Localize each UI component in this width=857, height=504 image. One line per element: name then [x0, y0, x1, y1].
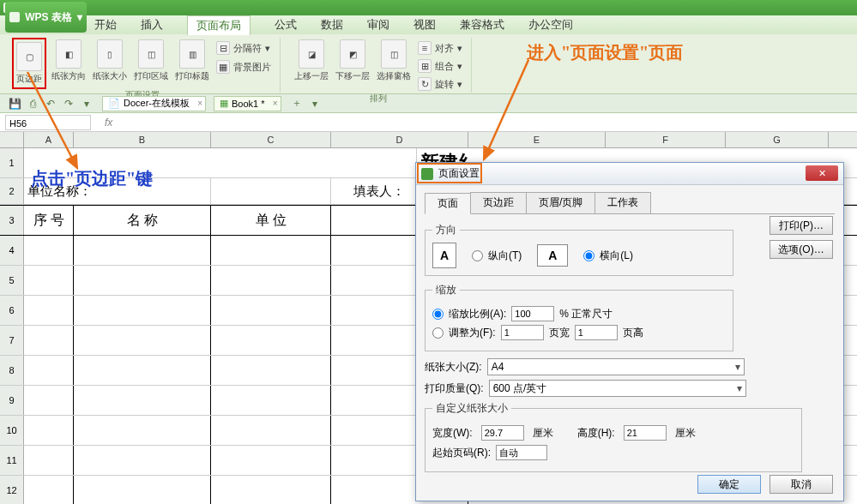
cell[interactable] [74, 296, 211, 325]
background-button[interactable]: ▦背景图片 [214, 58, 273, 75]
cell[interactable] [24, 446, 74, 475]
cell[interactable] [211, 266, 331, 295]
cell[interactable] [24, 386, 74, 415]
cell[interactable] [74, 266, 211, 295]
row-header[interactable]: 12 [0, 476, 24, 504]
cell[interactable] [74, 326, 211, 355]
fit-height-input[interactable]: 1 [575, 325, 618, 340]
tab-page[interactable]: 页面 [425, 193, 471, 214]
menu-page-layout[interactable]: 页面布局 [187, 15, 250, 35]
row-header[interactable]: 9 [0, 386, 24, 415]
align-button[interactable]: ≡对齐▾ [416, 39, 464, 57]
cell[interactable] [24, 296, 74, 325]
cell[interactable] [74, 356, 211, 385]
doc-tab-book1[interactable]: ▦ Book1 * × [214, 96, 281, 111]
cell[interactable] [211, 416, 331, 445]
cell[interactable] [24, 476, 74, 504]
row-header[interactable]: 4 [0, 236, 24, 265]
col-header-e[interactable]: E [468, 132, 606, 147]
menu-data[interactable]: 数据 [321, 17, 343, 33]
selection-pane-button[interactable]: ◫选择窗格 [375, 38, 413, 84]
col-header-c[interactable]: C [211, 132, 331, 147]
cell-unit-name[interactable]: 单位名称： [24, 178, 211, 204]
tab-header-footer[interactable]: 页眉/页脚 [526, 192, 595, 213]
row-header[interactable]: 5 [0, 266, 24, 295]
print-quality-select[interactable]: 600 点/英寸 [489, 380, 746, 397]
menu-office-space[interactable]: 办公空间 [528, 17, 573, 33]
wps-menu-button[interactable]: WPS 表格 ▾ [5, 2, 87, 33]
cell[interactable] [211, 446, 331, 475]
row-header[interactable]: 3 [0, 206, 24, 235]
cancel-button[interactable]: 取消 [769, 475, 833, 494]
cell[interactable] [74, 416, 211, 445]
menu-start[interactable]: 开始 [94, 17, 117, 33]
breaks-button[interactable]: ⊟分隔符▾ [214, 39, 273, 57]
paper-size-button[interactable]: ▯ 纸张大小 [91, 38, 129, 84]
first-page-input[interactable]: 自动 [496, 445, 547, 460]
bring-forward-button[interactable]: ◪上移一层 [293, 38, 330, 84]
cell-hdr-seq[interactable]: 序 号 [24, 206, 74, 235]
cell[interactable] [24, 356, 74, 385]
cell[interactable] [74, 236, 211, 265]
cell-title-left[interactable] [24, 148, 417, 177]
qat-undo-icon[interactable]: ↶ [43, 96, 58, 111]
radio-scale[interactable] [432, 309, 444, 320]
cell[interactable] [24, 236, 74, 265]
row-header[interactable]: 10 [0, 416, 24, 445]
print-button[interactable]: 打印(P)… [769, 216, 833, 235]
menu-compat[interactable]: 兼容格式 [460, 17, 504, 33]
cell[interactable] [24, 416, 74, 445]
dialog-close-button[interactable]: ✕ [806, 165, 838, 181]
row-header[interactable]: 7 [0, 326, 24, 355]
dialog-titlebar[interactable]: 页面设置 ✕ [416, 163, 843, 185]
menu-review[interactable]: 审阅 [367, 17, 389, 33]
row-header[interactable]: 8 [0, 356, 24, 385]
qat-print-icon[interactable]: ⎙ [25, 96, 40, 111]
fit-width-input[interactable]: 1 [501, 325, 544, 340]
col-header-a[interactable]: A [24, 132, 74, 147]
radio-portrait[interactable]: 纵向(T) [472, 249, 522, 263]
row-header[interactable]: 1 [0, 148, 24, 177]
radio-fit[interactable] [432, 327, 444, 339]
cell[interactable] [211, 236, 331, 265]
close-icon[interactable]: × [273, 99, 278, 108]
cell[interactable] [211, 326, 331, 355]
scale-input[interactable]: 100 [511, 306, 554, 321]
name-box[interactable]: H56 [5, 115, 91, 130]
row-header[interactable]: 6 [0, 296, 24, 325]
cell[interactable] [211, 296, 331, 325]
col-header-f[interactable]: F [606, 132, 726, 147]
tab-add-icon[interactable]: ＋ [289, 96, 305, 111]
radio-landscape[interactable]: 横向(L) [583, 249, 633, 263]
col-header-b[interactable]: B [74, 132, 211, 147]
cell[interactable] [74, 446, 211, 475]
qat-redo-icon[interactable]: ↷ [61, 96, 76, 111]
margins-button[interactable]: ▢ 页边距 [15, 40, 44, 87]
cell[interactable] [211, 178, 331, 204]
print-area-button[interactable]: ◫ 打印区域 [132, 38, 170, 84]
col-header-d[interactable]: D [331, 132, 468, 147]
menu-formula[interactable]: 公式 [275, 17, 297, 33]
tab-list-icon[interactable]: ▾ [307, 96, 323, 111]
print-titles-button[interactable]: ▥ 打印标题 [173, 38, 211, 84]
menu-insert[interactable]: 插入 [141, 17, 163, 33]
orientation-button[interactable]: ◧ 纸张方向 [50, 38, 88, 84]
options-button[interactable]: 选项(O)… [769, 240, 833, 259]
cell[interactable] [211, 386, 331, 415]
col-header-g[interactable]: G [726, 132, 829, 147]
send-backward-button[interactable]: ◩下移一层 [334, 38, 371, 84]
tab-sheet[interactable]: 工作表 [594, 192, 651, 213]
doc-tab-docer[interactable]: 📄 Docer-在线模板 × [102, 96, 206, 111]
tab-margins[interactable]: 页边距 [470, 192, 527, 213]
cell[interactable] [211, 356, 331, 385]
ok-button[interactable]: 确定 [697, 475, 761, 494]
row-header[interactable]: 11 [0, 446, 24, 475]
paper-size-select[interactable]: A4 [487, 358, 745, 375]
group-button[interactable]: ⊞组合▾ [416, 57, 464, 75]
height-input[interactable]: 21 [624, 425, 667, 441]
fx-label[interactable]: fx [105, 117, 112, 129]
rotate-button[interactable]: ↻旋转▾ [416, 75, 464, 93]
cell[interactable] [24, 266, 74, 295]
row-header[interactable]: 2 [0, 178, 24, 204]
menu-view[interactable]: 视图 [413, 17, 436, 33]
